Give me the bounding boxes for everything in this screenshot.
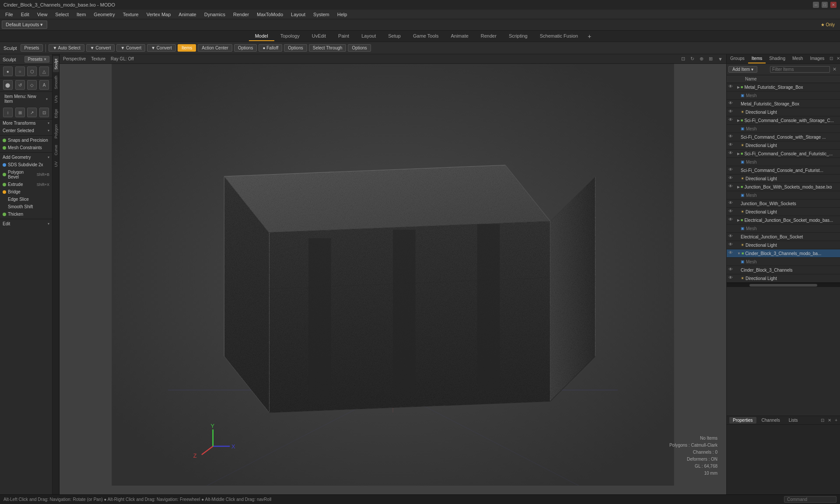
tree-item-dir-light-5[interactable]: 👁 ☀ Directional Light xyxy=(727,241,840,249)
add-geometry-dropdown[interactable]: Add Geometry ▾ xyxy=(0,154,52,161)
menu-item[interactable]: Item xyxy=(73,11,89,18)
expand-arrow-4[interactable]: ▶ xyxy=(737,185,740,189)
tool-tri-icon[interactable]: △ xyxy=(39,66,49,76)
transform-rotate-icon[interactable]: ↗ xyxy=(27,108,37,117)
lists-tab[interactable]: Lists xyxy=(785,417,802,424)
left-vert-tab-curve[interactable]: Curve xyxy=(53,142,59,158)
right-panel-expand-icon[interactable]: ⊡ xyxy=(828,54,835,63)
tab-images[interactable]: Images xyxy=(806,54,828,63)
edge-slice-item[interactable]: Edge Slice xyxy=(0,196,52,203)
tab-items[interactable]: Items xyxy=(748,54,766,63)
eye-icon-1[interactable]: 👁 xyxy=(728,84,735,90)
left-vert-tab-uv[interactable]: UV xyxy=(53,159,59,170)
expand-arrow-2[interactable]: ▶ xyxy=(737,119,740,122)
tab-groups[interactable]: Groups xyxy=(727,54,748,63)
tab-shading[interactable]: Shading xyxy=(766,54,789,63)
tree-item-mesh-5[interactable]: ▣ Mesh xyxy=(727,224,840,233)
properties-tab[interactable]: Properties xyxy=(729,417,756,424)
tree-item-dir-light-6[interactable]: 👁 ☀ Directional Light xyxy=(727,274,840,283)
eye-icon-mi1[interactable]: 👁 xyxy=(728,101,735,107)
tool-torus-icon[interactable]: ○ xyxy=(15,66,25,76)
smooth-shift-item[interactable]: Smooth Shift xyxy=(0,203,52,210)
tree-item-junction-box[interactable]: 👁 ▶ ■ Junction_Box_With_Sockets_modo_bas… xyxy=(727,183,840,191)
eye-icon-6[interactable]: 👁 xyxy=(728,250,735,256)
expand-arrow-3[interactable]: ▶ xyxy=(737,152,740,156)
presets-btn-left[interactable]: Presets × xyxy=(24,56,49,63)
tab-setup[interactable]: Setup xyxy=(382,32,407,41)
tree-item-mesh-3[interactable]: ▣ Mesh xyxy=(727,158,840,166)
eye-icon-dl5[interactable]: 👁 xyxy=(728,242,735,248)
menu-file[interactable]: File xyxy=(2,11,17,18)
add-mode-tab-button[interactable]: + xyxy=(588,33,591,40)
eye-icon-ji4[interactable]: 👁 xyxy=(728,200,735,206)
menu-render[interactable]: Render xyxy=(230,11,252,18)
left-vert-tab-edge[interactable]: Edge xyxy=(53,106,59,121)
eye-icon-ei5[interactable]: 👁 xyxy=(728,234,735,240)
action-center-button[interactable]: Action Center xyxy=(198,44,232,52)
bottom-panel-close-icon[interactable]: ✕ xyxy=(828,418,831,423)
menu-texture[interactable]: Texture xyxy=(119,11,142,18)
transform-move-icon[interactable]: ↕ xyxy=(3,108,13,117)
eye-icon-dl6[interactable]: 👁 xyxy=(728,275,735,281)
presets-button[interactable]: Presets xyxy=(21,44,43,52)
tool-fill-icon[interactable]: ⬤ xyxy=(3,80,13,90)
tree-item-mesh-6[interactable]: ▣ Mesh xyxy=(727,258,840,266)
left-vert-tab-sculpt[interactable]: Sculpt xyxy=(53,56,59,72)
item-menu-dropdown[interactable]: Item Menu: New Item ▾ xyxy=(2,93,50,105)
eye-icon-dl1[interactable]: 👁 xyxy=(728,109,735,115)
eye-icon-5[interactable]: 👁 xyxy=(728,217,735,223)
menu-dynamics[interactable]: Dynamics xyxy=(201,11,229,18)
options-button-3[interactable]: Options xyxy=(348,44,371,52)
expand-arrow-5[interactable]: ▶ xyxy=(737,218,740,222)
tree-item-metal-storage[interactable]: 👁 ▶ ■ Metal_Futuristic_Storage_Box xyxy=(727,83,840,91)
mesh-constraints-item[interactable]: Mesh Constraints xyxy=(0,144,52,151)
left-vert-tab-smooth[interactable]: Smooth xyxy=(53,73,59,92)
tab-scripting[interactable]: Scripting xyxy=(503,32,534,41)
tool-hex-icon[interactable]: ⬡ xyxy=(27,66,37,76)
tree-item-mesh-4[interactable]: ▣ Mesh xyxy=(727,191,840,200)
menu-geometry[interactable]: Geometry xyxy=(90,11,118,18)
tree-item-mesh-1[interactable]: ▣ Mesh xyxy=(727,91,840,100)
filter-items-input[interactable] xyxy=(770,66,830,73)
tree-item-scifi-console[interactable]: 👁 ▶ ■ Sci-Fi_Command_Console_with_Storag… xyxy=(727,116,840,125)
eye-icon-si2[interactable]: 👁 xyxy=(728,134,735,140)
viewport-icon-4[interactable]: ⊞ xyxy=(709,56,713,62)
add-item-button[interactable]: Add Item ▾ xyxy=(728,66,757,73)
tree-item-metal-item[interactable]: 👁 Metal_Futuristic_Storage_Box xyxy=(727,100,840,108)
convert-button-3[interactable]: ▼ Convert xyxy=(147,44,176,52)
menu-view[interactable]: View xyxy=(34,11,51,18)
tree-item-cinder-block[interactable]: 👁 ▼ ■ Cinder_Block_3_Channels_modo_ba... xyxy=(727,249,840,258)
tree-item-mesh-2[interactable]: ▣ Mesh xyxy=(727,125,840,133)
menu-vertexmap[interactable]: Vertex Map xyxy=(143,11,175,18)
right-panel-close-icon[interactable]: ✕ xyxy=(835,54,840,63)
viewport-icon-1[interactable]: ⊡ xyxy=(681,56,685,62)
polygon-bevel-item[interactable]: Polygon Bevel Shift+B xyxy=(0,168,52,181)
convert-button-1[interactable]: ▼ Convert xyxy=(86,44,115,52)
options-button-1[interactable]: Options xyxy=(234,44,257,52)
viewport-canvas[interactable]: X Y Z No Items Polygons : Catmull-Clark … xyxy=(60,64,726,486)
eye-icon-dl2[interactable]: 👁 xyxy=(728,142,735,148)
bottom-panel-expand-icon[interactable]: ⊡ xyxy=(821,418,824,423)
bridge-item[interactable]: Bridge xyxy=(0,188,52,196)
snaps-precision-item[interactable]: Snaps and Precision xyxy=(0,136,52,144)
thicken-item[interactable]: Thicken xyxy=(0,210,52,218)
tree-item-dir-light-2[interactable]: 👁 ☀ Directional Light xyxy=(727,141,840,150)
menu-animate[interactable]: Animate xyxy=(175,11,200,18)
eye-icon-ci6[interactable]: 👁 xyxy=(728,267,735,273)
expand-arrow-1[interactable]: ▶ xyxy=(737,85,740,89)
tree-item-dir-light-4[interactable]: 👁 ☀ Directional Light xyxy=(727,208,840,216)
tool-sphere-icon[interactable]: ● xyxy=(3,66,13,76)
filter-clear-icon[interactable]: ✕ xyxy=(831,66,838,73)
minimize-button[interactable]: ─ xyxy=(813,2,819,8)
eye-icon-4[interactable]: 👁 xyxy=(728,184,735,190)
edit-dropdown[interactable]: Edit ▾ xyxy=(0,220,52,228)
command-input[interactable] xyxy=(784,496,836,503)
tool-diamond-icon[interactable]: ◇ xyxy=(27,80,37,90)
tab-topology[interactable]: Topology xyxy=(274,32,306,41)
scroll-indicator[interactable] xyxy=(749,284,817,287)
tool-text-icon[interactable]: A xyxy=(39,80,49,90)
eye-icon-3[interactable]: 👁 xyxy=(728,150,735,157)
expand-arrow-6[interactable]: ▼ xyxy=(737,252,741,256)
channels-tab[interactable]: Channels xyxy=(758,417,784,424)
tree-item-scifi-futuristic[interactable]: 👁 ▶ ■ Sci-Fi_Command_Console_and_Futuris… xyxy=(727,150,840,158)
